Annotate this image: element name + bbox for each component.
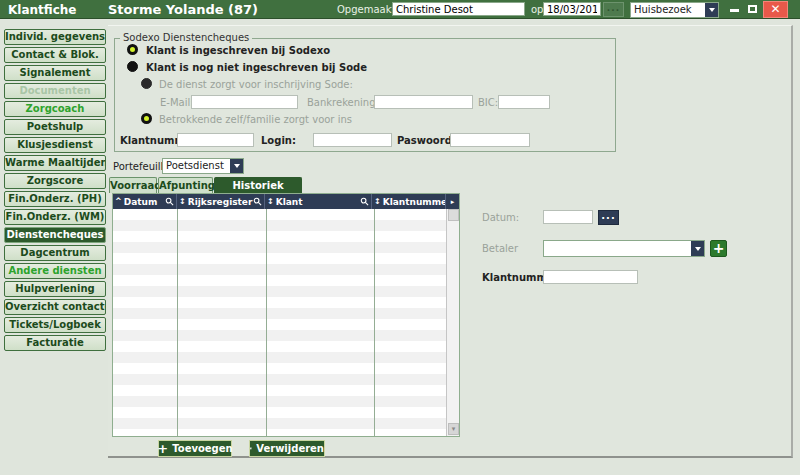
portefeuille-value: Poetsdienst <box>163 159 230 173</box>
date-preposition-label: op <box>531 4 543 15</box>
sidebar-item-signalement[interactable]: Signalement <box>4 65 106 81</box>
table-vertical-scrollbar[interactable]: ▾ <box>446 209 459 436</box>
sidebar-item-documenten: Documenten <box>4 83 106 99</box>
trash-icon <box>250 443 252 454</box>
column-header-klantnummer[interactable]: ↕ Klantnummer <box>372 194 446 209</box>
sidebar-item-finonderz-wm[interactable]: Fin.Onderz. (WM) <box>4 209 106 225</box>
visit-type-value: Huisbezoek <box>631 3 705 17</box>
close-button[interactable]: ✕ <box>763 1 788 18</box>
chevron-down-icon <box>230 159 243 173</box>
sort-both-icon: ↕ <box>374 197 381 206</box>
column-header-datum[interactable]: ^ Datum <box>113 194 177 209</box>
betaler-table: ^ Datum ↕ Rijksregister ↕ Klant ↕ Klantn… <box>112 193 460 437</box>
column-picker-button[interactable]: ▸ <box>446 194 459 209</box>
chevron-down-icon <box>691 241 704 256</box>
portefeuille-dropdown[interactable]: Poetsdienst <box>162 158 244 174</box>
radio-registered-label: Klant is ingeschreven bij Sodexo <box>146 45 330 56</box>
tab-voorraad[interactable]: Voorraad <box>109 177 157 193</box>
sidebar-item-poetshulp[interactable]: Poetshulp <box>4 119 106 135</box>
sort-asc-icon: ^ <box>115 197 122 206</box>
klantnummer-field[interactable] <box>177 133 254 147</box>
tab-afpunting[interactable]: Afpunting <box>158 177 213 193</box>
sidebar-item-warme-maaltijden[interactable]: Warme Maaltijden <box>4 155 106 171</box>
minimize-button[interactable] <box>727 1 742 16</box>
scroll-down-button[interactable]: ▾ <box>448 423 459 435</box>
sidebar-item-zorgcoach[interactable]: Zorgcoach <box>4 101 106 117</box>
login-field[interactable] <box>313 133 392 147</box>
sort-both-icon: ↕ <box>267 197 274 206</box>
plus-icon: + <box>157 442 168 455</box>
column-header-klant[interactable]: ↕ Klant <box>265 194 372 209</box>
sidebar-item-dagcentrum[interactable]: Dagcentrum <box>4 245 106 261</box>
table-header-row: ^ Datum ↕ Rijksregister ↕ Klant ↕ Klantn… <box>113 194 459 209</box>
radio-service-registers-label: De dienst zorgt voor inschrijving Sode: <box>159 79 353 90</box>
sidebar-item-zorgscore[interactable]: Zorgscore <box>4 173 106 189</box>
login-label: Login: <box>261 135 296 146</box>
column-separator <box>374 209 375 436</box>
sidebar-item-overzicht-contacten[interactable]: Overzicht contacten <box>4 299 106 315</box>
sidebar-item-dienstencheques[interactable]: Dienstencheques <box>4 227 106 243</box>
radio-self-registers[interactable] <box>141 113 152 124</box>
maximize-icon <box>748 5 757 13</box>
sidebar-item-facturatie[interactable]: Facturatie <box>4 335 106 351</box>
maximize-button[interactable] <box>745 1 760 16</box>
column-separator <box>266 209 267 436</box>
sidebar-item-klusjesdienst[interactable]: Klusjesdienst <box>4 137 106 153</box>
sidebar-item-tickets-logboek[interactable]: Tickets/Logboek <box>4 317 106 333</box>
bank-field <box>374 95 473 109</box>
radio-registered[interactable] <box>127 44 138 55</box>
close-icon: ✕ <box>770 2 780 16</box>
radio-self-registers-label: Betrokkende zelf/familie zorgt voor ins <box>159 114 352 125</box>
sodexo-group-legend: Sodexo Dienstencheques <box>120 32 252 43</box>
detail-betaler-value <box>544 241 691 256</box>
sidebar-item-finonderz-ph[interactable]: Fin.Onderz. (PH) <box>4 191 106 207</box>
portefeuille-label: Portefeuille <box>113 161 169 172</box>
created-by-input[interactable] <box>392 2 525 16</box>
paswoord-field[interactable] <box>450 133 530 147</box>
delete-button[interactable]: Verwijderen <box>249 440 325 457</box>
sidebar-item-individ-gegevens[interactable]: Individ. gegevens <box>4 29 106 45</box>
visit-type-dropdown[interactable]: Huisbezoek <box>630 2 719 18</box>
table-body-empty <box>113 209 446 436</box>
detail-datum-label: Datum: <box>482 212 519 223</box>
detail-date-picker-button[interactable]: ... <box>598 210 619 225</box>
email-label: E-Mail: <box>160 97 194 108</box>
client-title: Storme Yolande (87) <box>108 2 258 17</box>
detail-datum-field <box>543 210 593 224</box>
scrollbar-thumb[interactable] <box>448 209 459 221</box>
detail-betaler-label: Betaler <box>482 243 518 254</box>
email-field <box>191 95 298 109</box>
column-separator <box>177 209 178 436</box>
minimize-icon <box>730 9 739 12</box>
column-header-rijksregister[interactable]: ↕ Rijksregister <box>177 194 265 209</box>
bic-field <box>498 95 550 109</box>
app-title: Klantfiche <box>8 3 76 17</box>
sidebar-item-hulpverlening[interactable]: Hulpverlening <box>4 281 106 297</box>
search-icon[interactable] <box>253 197 262 206</box>
sidebar-item-contact-blok[interactable]: Contact & Blok. <box>4 47 106 63</box>
search-icon[interactable] <box>165 197 174 206</box>
radio-not-registered-label: Klant is nog niet ingeschreven bij Sode <box>146 62 367 73</box>
paswoord-label: Paswoord: <box>397 135 456 146</box>
search-icon[interactable] <box>360 197 369 206</box>
sidebar-item-andere-diensten[interactable]: Andere diensten <box>4 263 106 279</box>
date-input[interactable] <box>543 2 601 16</box>
radio-service-registers <box>141 78 152 89</box>
chevron-down-icon <box>705 3 718 17</box>
date-picker-button[interactable]: ... <box>603 2 624 17</box>
tab-historiek-betaler[interactable]: Historiek betaler <box>214 177 302 193</box>
bic-label: BIC: <box>478 97 498 108</box>
add-button[interactable]: + Toevoegen <box>158 440 232 457</box>
radio-not-registered[interactable] <box>127 61 138 72</box>
add-payer-button[interactable]: + <box>710 240 727 257</box>
detail-klantnummer-field[interactable] <box>543 270 638 284</box>
detail-betaler-dropdown[interactable] <box>543 240 705 257</box>
sort-both-icon: ↕ <box>179 197 186 206</box>
